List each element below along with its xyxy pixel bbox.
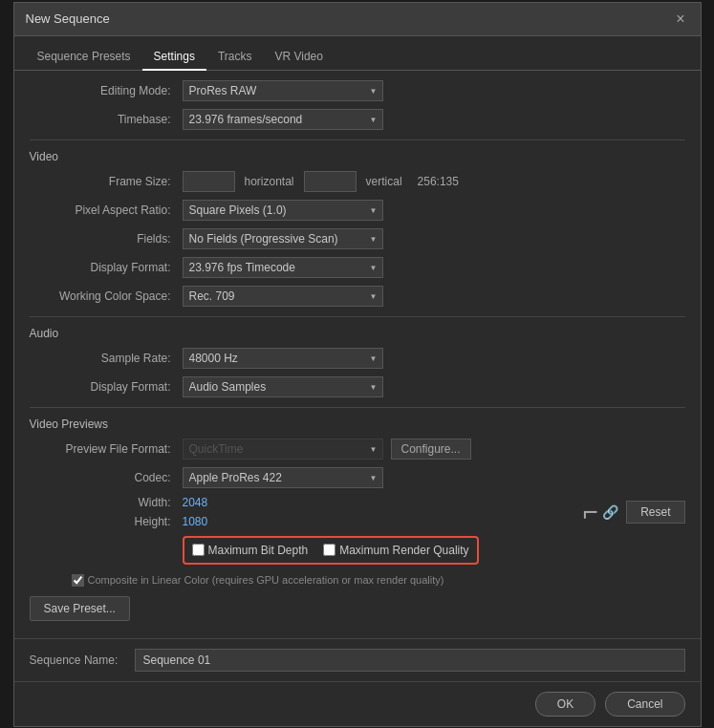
video-display-format-label: Display Format:: [30, 261, 183, 274]
titlebar: New Sequence ×: [14, 3, 701, 36]
tabs-bar: Sequence Presets Settings Tracks VR Vide…: [14, 36, 701, 71]
editing-mode-select-wrapper: ProRes RAW: [183, 80, 383, 101]
max-render-quality-row: Maximum Render Quality: [323, 544, 468, 557]
pixel-aspect-select-wrapper: Square Pixels (1.0): [183, 200, 383, 221]
ok-button[interactable]: OK: [535, 692, 595, 717]
preview-file-format-controls: QuickTime Configure...: [183, 439, 471, 460]
cancel-button[interactable]: Cancel: [605, 692, 684, 717]
vertical-label: vertical: [366, 175, 402, 188]
tab-sequence-presets[interactable]: Sequence Presets: [26, 44, 142, 71]
video-section-title: Video: [30, 150, 685, 163]
composite-row: Composite in Linear Color (requires GPU …: [72, 574, 685, 587]
link-reset-area: ⌐ 🔗 Reset: [583, 497, 685, 527]
link-bracket-icon: ⌐ 🔗: [583, 497, 618, 527]
timebase-row: Timebase: 23.976 frames/second: [30, 109, 685, 130]
audio-display-format-select[interactable]: Audio Samples: [183, 376, 383, 397]
audio-display-format-row: Display Format: Audio Samples: [30, 376, 685, 397]
width-height-area: Width: 2048 Height: 1080 ⌐ 🔗 Reset: [30, 496, 685, 528]
editing-mode-select[interactable]: ProRes RAW: [183, 80, 383, 101]
aspect-ratio-text: 256:135: [418, 175, 459, 188]
reset-button[interactable]: Reset: [626, 501, 684, 524]
video-display-format-select-wrapper: 23.976 fps Timecode: [183, 257, 383, 278]
codec-label: Codec:: [30, 471, 183, 484]
frame-size-label: Frame Size:: [30, 175, 183, 188]
highlight-box: Maximum Bit Depth Maximum Render Quality: [183, 536, 479, 565]
bracket-symbol: ⌐: [583, 497, 598, 527]
width-label: Width:: [30, 496, 183, 509]
codec-select[interactable]: Apple ProRes 422: [183, 467, 383, 488]
sample-rate-row: Sample Rate: 48000 Hz: [30, 348, 685, 369]
max-bit-depth-label: Maximum Bit Depth: [208, 544, 309, 557]
height-row: Height: 1080: [30, 515, 568, 528]
width-row: Width: 2048: [30, 496, 568, 509]
save-preset-area: Save Preset...: [30, 596, 685, 621]
preview-file-format-label: Preview File Format:: [30, 442, 183, 456]
max-render-quality-label: Maximum Render Quality: [339, 544, 468, 557]
max-bit-depth-checkbox[interactable]: [192, 544, 205, 556]
fields-select-wrapper: No Fields (Progressive Scan): [183, 228, 383, 249]
fields-row: Fields: No Fields (Progressive Scan): [30, 228, 685, 249]
audio-display-format-label: Display Format:: [30, 380, 183, 394]
pixel-aspect-select[interactable]: Square Pixels (1.0): [183, 200, 383, 221]
fields-select[interactable]: No Fields (Progressive Scan): [183, 228, 383, 249]
composite-checkbox[interactable]: [72, 574, 84, 587]
width-value: 2048: [183, 496, 208, 509]
tab-settings[interactable]: Settings: [142, 44, 206, 71]
divider-video: [30, 139, 685, 140]
frame-size-inputs: 4096 horizontal 2160 vertical 256:135: [183, 171, 459, 192]
link-icon: 🔗: [602, 504, 618, 520]
codec-row: Codec: Apple ProRes 422: [30, 467, 685, 488]
pixel-aspect-row: Pixel Aspect Ratio: Square Pixels (1.0): [30, 200, 685, 221]
configure-button[interactable]: Configure...: [391, 439, 471, 460]
video-display-format-select[interactable]: 23.976 fps Timecode: [183, 257, 383, 278]
divider-previews: [30, 407, 685, 408]
checkboxes-area: Maximum Bit Depth Maximum Render Quality: [183, 536, 685, 570]
footer-buttons: OK Cancel: [14, 681, 701, 726]
max-render-quality-checkbox[interactable]: [323, 544, 335, 556]
height-value: 1080: [183, 515, 208, 528]
video-previews-section-title: Video Previews: [30, 418, 685, 431]
working-color-select[interactable]: Rec. 709: [183, 286, 383, 307]
save-preset-button[interactable]: Save Preset...: [30, 596, 130, 621]
sample-rate-select[interactable]: 48000 Hz: [183, 348, 383, 369]
preview-file-format-select: QuickTime: [183, 439, 383, 460]
composite-label: Composite in Linear Color (requires GPU …: [88, 574, 444, 586]
frame-width-input[interactable]: 4096: [183, 171, 235, 192]
audio-section-title: Audio: [30, 327, 685, 340]
frame-size-row: Frame Size: 4096 horizontal 2160 vertica…: [30, 171, 685, 192]
sequence-name-input[interactable]: [135, 649, 685, 672]
sequence-name-row: Sequence Name:: [14, 638, 701, 681]
max-bit-depth-row: Maximum Bit Depth: [192, 544, 309, 557]
sample-rate-select-wrapper: 48000 Hz: [183, 348, 383, 369]
preview-file-format-select-wrapper: QuickTime: [183, 439, 383, 460]
frame-height-input[interactable]: 2160: [304, 171, 357, 192]
timebase-select[interactable]: 23.976 frames/second: [183, 109, 383, 130]
codec-select-wrapper: Apple ProRes 422: [183, 467, 383, 488]
working-color-label: Working Color Space:: [30, 289, 183, 303]
horizontal-label: horizontal: [245, 175, 294, 188]
close-button[interactable]: ×: [672, 11, 688, 28]
pixel-aspect-label: Pixel Aspect Ratio:: [30, 203, 183, 217]
width-height-fields: Width: 2048 Height: 1080: [30, 496, 568, 528]
height-label: Height:: [30, 515, 183, 528]
sequence-name-label: Sequence Name:: [30, 653, 135, 667]
fields-label: Fields:: [30, 232, 183, 246]
audio-display-format-select-wrapper: Audio Samples: [183, 376, 383, 397]
settings-content: Editing Mode: ProRes RAW Timebase: 23.97…: [14, 71, 701, 638]
timebase-select-wrapper: 23.976 frames/second: [183, 109, 383, 130]
divider-audio: [30, 316, 685, 317]
tab-tracks[interactable]: Tracks: [206, 44, 264, 71]
editing-mode-row: Editing Mode: ProRes RAW: [30, 80, 685, 101]
working-color-row: Working Color Space: Rec. 709: [30, 286, 685, 307]
sample-rate-label: Sample Rate:: [30, 352, 183, 365]
editing-mode-label: Editing Mode:: [30, 84, 183, 97]
working-color-select-wrapper: Rec. 709: [183, 286, 383, 307]
timebase-label: Timebase:: [30, 113, 183, 126]
tab-vr-video[interactable]: VR Video: [263, 44, 334, 71]
video-display-format-row: Display Format: 23.976 fps Timecode: [30, 257, 685, 278]
new-sequence-dialog: New Sequence × Sequence Presets Settings…: [13, 2, 702, 727]
dialog-title: New Sequence: [26, 11, 110, 26]
preview-file-format-row: Preview File Format: QuickTime Configure…: [30, 439, 685, 460]
